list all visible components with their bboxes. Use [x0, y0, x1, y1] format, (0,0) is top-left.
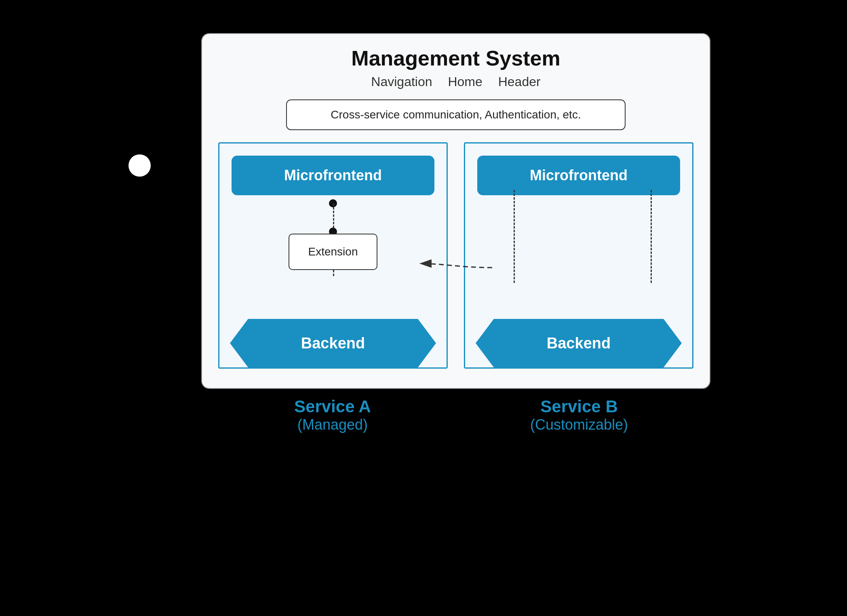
cross-service-text: Cross-service communication, Authenticat… [331, 108, 581, 121]
nav-items-row: Navigation Home Header [202, 74, 710, 89]
cross-service-box: Cross-service communication, Authenticat… [286, 99, 626, 130]
service-b-box: Microfrontend Backend [464, 142, 693, 369]
indicator-circle [129, 154, 151, 177]
service-a-backend-shape: Backend [248, 319, 418, 367]
service-b-microfrontend: Microfrontend [477, 156, 680, 195]
service-labels-row: Service A (Managed) Service B (Customiza… [201, 397, 710, 433]
service-a-label: Service A (Managed) [217, 397, 448, 433]
service-a-sub: (Managed) [217, 416, 448, 433]
management-system-title: Management System [202, 46, 710, 70]
service-a-microfrontend: Microfrontend [232, 156, 434, 195]
service-a-extension-area: Extension [232, 203, 434, 292]
management-system-box: Management System Navigation Home Header… [201, 33, 710, 389]
service-b-label: Service B (Customizable) [464, 397, 694, 433]
service-a-backend-label: Backend [301, 335, 365, 352]
extension-label: Extension [308, 245, 358, 258]
nav-item-home: Home [448, 74, 482, 89]
service-b-backend-area: Backend [465, 319, 692, 367]
service-b-name: Service B [464, 397, 694, 416]
service-a-backend-area: Backend [219, 319, 447, 367]
nav-item-header: Header [498, 74, 541, 89]
service-a-name: Service A [217, 397, 448, 416]
service-b-sub: (Customizable) [464, 416, 694, 433]
service-b-backend-label: Backend [547, 335, 611, 352]
dashed-right-b [651, 190, 652, 283]
dashed-left-b [514, 190, 515, 283]
services-row: Microfrontend Extension Backend [218, 142, 693, 369]
service-b-backend-shape: Backend [494, 319, 664, 367]
nav-item-navigation: Navigation [371, 74, 432, 89]
service-a-box: Microfrontend Extension Backend [218, 142, 448, 369]
extension-box: Extension [289, 234, 377, 270]
